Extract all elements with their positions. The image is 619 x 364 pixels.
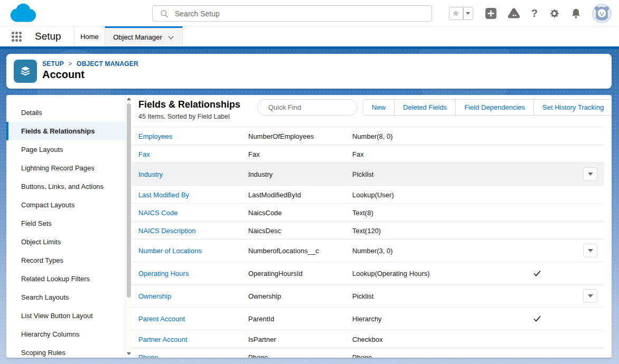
user-avatar[interactable]: [592, 4, 612, 23]
field-row: Number of Locations NumberofLocations__c…: [132, 240, 604, 262]
action-button[interactable]: Deleted Fields: [394, 99, 456, 116]
notifications-bell-icon[interactable]: [571, 8, 581, 19]
row-actions-dropdown[interactable]: [583, 289, 597, 303]
dropdown-triangle-icon: [588, 249, 593, 252]
field-label-link[interactable]: Number of Locations: [138, 247, 202, 255]
field-api-name: NaicsDesc: [248, 226, 281, 234]
field-data-type: Text(120): [352, 226, 381, 234]
action-button[interactable]: New: [363, 99, 395, 116]
field-label-link[interactable]: Phone: [138, 353, 158, 358]
scroll-down-arrow[interactable]: [126, 350, 132, 357]
add-icon[interactable]: [485, 8, 496, 19]
sidebar-item-label: Scoping Rules: [21, 349, 65, 357]
row-actions-dropdown[interactable]: [583, 244, 597, 257]
field-label-link[interactable]: Operating Hours: [138, 270, 189, 277]
sidebar-item-label: Buttons, Links, and Actions: [21, 183, 104, 190]
field-api-name: NumberOfEmployees: [248, 132, 314, 140]
field-row: Last Modified By LastModifiedById Lookup…: [132, 186, 604, 204]
sidebar-item-label: Related Lookup Filters: [21, 275, 90, 283]
scroll-up-arrow[interactable]: [126, 95, 132, 102]
chevron-down-icon: [167, 35, 174, 40]
row-actions-dropdown[interactable]: [583, 167, 597, 181]
favorites-dropdown-button[interactable]: [463, 7, 473, 20]
sidebar-item[interactable]: Details: [6, 103, 125, 122]
field-label-link[interactable]: Last Modified By: [138, 190, 189, 198]
astro-avatar-icon: [592, 4, 612, 23]
breadcrumb-separator: >: [68, 60, 72, 68]
sidebar-item[interactable]: Compact Layouts: [6, 196, 125, 214]
field-row: Operating Hours OperatingHoursId Lookup(…: [132, 262, 604, 285]
action-button[interactable]: Field Dependencies: [455, 99, 534, 116]
tab-home[interactable]: Home: [74, 26, 105, 46]
field-data-type: Phone: [352, 353, 372, 358]
help-icon[interactable]: ?: [531, 7, 538, 20]
sidebar-item-label: Lightning Record Pages: [21, 164, 95, 172]
search-icon: [160, 9, 168, 18]
quick-find-input[interactable]: [268, 103, 361, 111]
global-search[interactable]: [152, 5, 432, 22]
field-api-name: Ownership: [248, 292, 281, 300]
field-api-name: OperatingHoursId: [248, 270, 303, 277]
sidebar-item[interactable]: List View Button Layout: [6, 306, 125, 325]
sidebar-item[interactable]: Object Limits: [6, 233, 125, 251]
field-label-link[interactable]: Industry: [138, 170, 163, 178]
fields-section: Fields & Relationships 45 Items, Sorted …: [132, 95, 604, 358]
sidebar-item-label: Hierarchy Columns: [21, 330, 80, 338]
section-title: Fields & Relationships: [138, 99, 240, 110]
field-label-link[interactable]: NAICS Code: [138, 208, 177, 216]
field-data-type: Number(3, 0): [352, 247, 393, 255]
global-actions: ?: [449, 4, 612, 23]
guidance-center-icon[interactable]: [508, 7, 520, 19]
sidebar-item[interactable]: Buttons, Links, and Actions: [6, 177, 125, 196]
sidebar-item[interactable]: Field Sets: [6, 214, 125, 233]
chevron-down-icon: [466, 12, 470, 15]
tab-object-manager-label: Object Manager: [113, 33, 162, 41]
sidebar-item[interactable]: Search Layouts: [6, 288, 125, 306]
quick-find[interactable]: [257, 99, 358, 116]
bell-icon: [571, 8, 581, 19]
sidebar-item-label: Record Types: [21, 256, 63, 264]
scrollbar-thumb[interactable]: [127, 103, 131, 298]
field-label-link[interactable]: Employees: [138, 132, 172, 140]
sidebar-item-label: Page Layouts: [21, 146, 63, 154]
field-label-link[interactable]: Partner Account: [138, 335, 187, 343]
sidebar-item[interactable]: Scoping Rules: [6, 343, 125, 358]
setup-background: SETUP > OBJECT MANAGER Account Details F…: [0, 49, 619, 364]
field-row: NAICS Description NaicsDesc Text(120): [132, 222, 604, 240]
global-search-input[interactable]: [175, 9, 432, 18]
sidebar-item[interactable]: Record Types: [6, 251, 125, 270]
field-data-type: Hierarchy: [352, 315, 382, 323]
field-label-link[interactable]: NAICS Description: [138, 226, 195, 234]
field-row: Employees NumberOfEmployees Number(8, 0): [132, 127, 604, 145]
sidebar-item[interactable]: Lightning Record Pages: [6, 159, 125, 177]
breadcrumb: SETUP > OBJECT MANAGER: [42, 60, 138, 68]
field-api-name: NaicsCode: [248, 208, 282, 216]
field-api-name: IsPartner: [248, 335, 276, 343]
breadcrumb-object-manager-link[interactable]: OBJECT MANAGER: [77, 60, 138, 68]
app-launcher-icon[interactable]: [12, 32, 24, 42]
tab-object-manager[interactable]: Object Manager: [105, 26, 183, 46]
object-manager-icon: [14, 60, 37, 83]
action-button[interactable]: Set History Tracking: [533, 99, 612, 116]
field-label-link[interactable]: Parent Account: [138, 315, 185, 323]
sidebar-item[interactable]: Page Layouts: [6, 140, 125, 159]
field-label-link[interactable]: Ownership: [138, 292, 171, 300]
section-subtitle: 45 Items, Sorted by Field Label: [138, 113, 230, 120]
sidebar-item-label: Search Layouts: [21, 293, 69, 301]
field-data-type: Picklist: [352, 292, 373, 300]
layers-icon: [18, 64, 32, 78]
sidebar-scrollbar[interactable]: [125, 95, 132, 358]
sidebar-item[interactable]: Related Lookup Filters: [6, 270, 125, 288]
field-data-type: Picklist: [352, 170, 373, 178]
setup-gear-icon[interactable]: [549, 8, 560, 19]
sidebar-item[interactable]: Hierarchy Columns: [6, 325, 125, 343]
field-row: Partner Account IsPartner Checkbox: [132, 330, 604, 348]
favorites-star-button[interactable]: [449, 7, 463, 20]
breadcrumb-setup-link[interactable]: SETUP: [42, 60, 64, 68]
field-api-name: Industry: [248, 170, 273, 178]
sidebar-item[interactable]: Fields & Relationships: [6, 122, 125, 140]
field-data-type: Lookup(User): [352, 190, 394, 198]
plus-icon: [485, 8, 496, 19]
field-label-link[interactable]: Fax: [138, 150, 150, 158]
trailhead-icon: [508, 7, 520, 19]
